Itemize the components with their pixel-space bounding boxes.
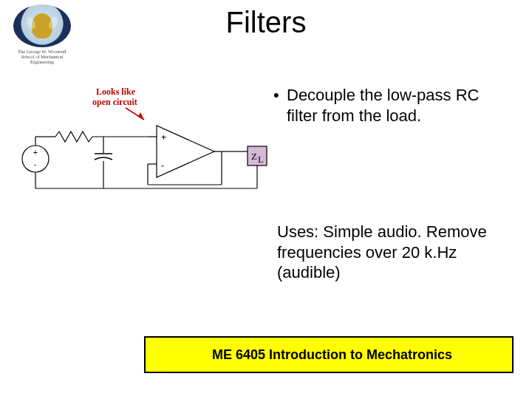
annotation-arrowhead: [138, 112, 144, 120]
course-footer: ME 6405 Introduction to Mechatronics: [144, 336, 514, 373]
annotation-line1: Looks like: [96, 86, 136, 97]
opamp-minus-label: -: [161, 160, 164, 171]
logo-caption-line2: School of Mechanical Engineering: [21, 54, 63, 64]
source-plus-label: +: [33, 149, 38, 157]
uses-text: Uses: Simple audio. Remove frequencies o…: [277, 222, 521, 283]
source-minus-label: -: [34, 160, 36, 168]
slide-title: Filters: [0, 6, 532, 39]
load-subscript: L: [258, 154, 264, 165]
annotation-line2: open circuit: [92, 97, 137, 107]
bullet-dot-icon: •: [273, 85, 287, 106]
logo-caption: The George W. Woodruff School of Mechani…: [9, 49, 75, 64]
bullet-text: Decouple the low-pass RC filter from the…: [287, 85, 508, 126]
resistor-icon: [55, 132, 92, 142]
opamp-plus-label: +: [161, 132, 166, 143]
logo-caption-line1: The George W. Woodruff: [18, 49, 66, 54]
load-box: [248, 146, 267, 166]
capacitor-bottom-plate: [95, 157, 112, 160]
circuit-diagram: Looks like open circuit + - Z: [0, 74, 273, 207]
course-footer-text: ME 6405 Introduction to Mechatronics: [212, 347, 452, 363]
bullet-item: •Decouple the low-pass RC filter from th…: [273, 85, 517, 126]
load-label: Z: [251, 151, 257, 162]
